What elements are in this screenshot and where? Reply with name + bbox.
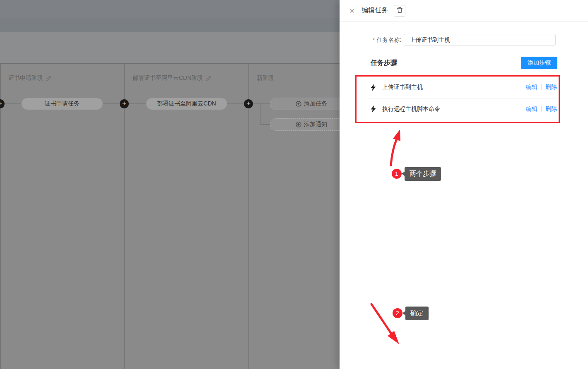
edit-step-link[interactable]: 编辑	[526, 84, 537, 91]
task-node-cert-apply[interactable]: 证书申请任务	[21, 98, 103, 110]
plus-circle-icon	[296, 122, 301, 127]
add-step-button[interactable]: 添加步骤	[521, 57, 557, 69]
action-divider	[541, 84, 542, 90]
page-sub-navbar	[0, 18, 340, 32]
stage-name: 部署证书至阿里云CDN阶段	[133, 74, 203, 82]
placeholder-label: 添加通知	[304, 121, 327, 128]
drawer-header: × 编辑任务	[340, 0, 588, 22]
stage-name: 证书申请阶段	[8, 74, 43, 82]
delete-step-link[interactable]: 删除	[545, 84, 557, 91]
placeholder-label: 添加任务	[304, 100, 327, 108]
connector	[227, 103, 245, 104]
steps-heading: 任务步骤	[371, 59, 397, 67]
edit-pencil-icon[interactable]	[206, 76, 211, 81]
delete-task-button[interactable]	[394, 5, 405, 17]
steps-list: 上传证书到主机 编辑 删除 执行远程主机脚本命令 编辑 删除	[367, 77, 557, 120]
step-name: 执行远程主机脚本命令	[382, 105, 440, 113]
stage-label-2[interactable]: 部署证书至阿里云CDN阶段	[133, 74, 211, 82]
connector	[103, 103, 120, 104]
step-row: 执行远程主机脚本命令 编辑 删除	[367, 98, 557, 120]
edit-pencil-icon[interactable]	[46, 76, 51, 81]
lightning-icon	[371, 105, 376, 113]
task-node-label: 证书申请任务	[45, 100, 80, 108]
stage-name: 新阶段	[257, 74, 274, 82]
step-row: 上传证书到主机 编辑 删除	[367, 77, 557, 98]
connector	[253, 103, 270, 104]
page-top-navbar	[0, 0, 340, 18]
task-name-row: * 任务名称:	[373, 34, 556, 46]
step-actions: 编辑 删除	[526, 105, 557, 113]
branch-connector	[260, 103, 261, 125]
connector	[129, 103, 146, 104]
required-mark: *	[373, 37, 375, 43]
stage-column-divider	[248, 64, 249, 369]
connector	[260, 124, 270, 125]
add-stage-button[interactable]: +	[244, 99, 253, 108]
step-name: 上传证书到主机	[382, 84, 423, 91]
edit-step-link[interactable]: 编辑	[526, 105, 537, 113]
app-window: 证书申请阶段 部署证书至阿里云CDN阶段 新阶段 + + + 证书申请任务 部署…	[0, 0, 588, 369]
drawer-title: 编辑任务	[361, 6, 388, 15]
lightning-icon	[371, 84, 376, 91]
step-actions: 编辑 删除	[526, 84, 557, 91]
task-name-label: 任务名称:	[376, 36, 401, 44]
delete-step-link[interactable]: 删除	[545, 105, 557, 113]
stage-column-divider	[124, 64, 125, 369]
steps-section-header: 任务步骤 添加步骤	[371, 57, 557, 69]
trash-icon	[397, 7, 403, 15]
close-icon[interactable]: ×	[349, 6, 354, 15]
action-divider	[541, 106, 542, 112]
task-node-label: 部署证书至阿里云CDN	[157, 100, 216, 108]
edit-task-drawer: × 编辑任务 * 任务名称: 任务步骤 添加步骤 上传证书到主机	[340, 0, 588, 369]
canvas-left-border	[0, 64, 1, 369]
page-toolbar	[0, 32, 340, 63]
add-stage-button[interactable]: +	[120, 99, 129, 108]
task-name-input[interactable]	[404, 34, 556, 46]
task-node-deploy-cdn[interactable]: 部署证书至阿里云CDN	[146, 98, 227, 110]
stage-label-1[interactable]: 证书申请阶段	[8, 74, 51, 82]
plus-circle-icon	[296, 101, 301, 107]
stage-label-3[interactable]: 新阶段	[257, 74, 274, 82]
